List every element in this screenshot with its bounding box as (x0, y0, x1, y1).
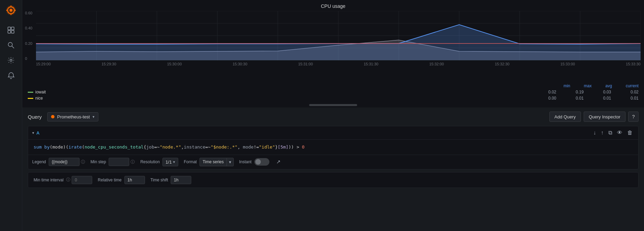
expr-job-val: "node.*" (160, 144, 181, 150)
format-label: Format (184, 159, 197, 164)
format-value: Time series (200, 158, 227, 166)
format-option: Format Time series ▾ (184, 158, 234, 166)
resolution-value: 1/1 (166, 159, 172, 165)
svg-rect-10 (11, 30, 14, 33)
sidebar-item-dashboard[interactable] (5, 24, 17, 36)
iowait-min: 0.02 (543, 90, 556, 94)
datasource-selector[interactable]: Prometheus-test ▾ (47, 112, 98, 121)
legend-row-nice[interactable]: nice 0.00 0.01 0.01 0.01 (26, 95, 641, 101)
min-step-info-icon[interactable]: ⓘ (131, 159, 135, 165)
expr-gt: > (296, 144, 299, 150)
iowait-label: iowait (35, 90, 543, 94)
query-section: Query Prometheus-test ▾ Add Query Query … (22, 107, 644, 231)
x-label-9: 15:33:00 (560, 62, 575, 66)
nice-values: 0.00 0.01 0.01 0.01 (543, 96, 639, 101)
legend-option-label: Legend (32, 159, 46, 164)
legend-header: min max avg current (26, 84, 641, 88)
query-actions: Add Query Query Inspector ? (549, 112, 639, 122)
resolution-option: Resolution 1/1 ▾ (140, 158, 178, 166)
sidebar-item-alerts[interactable] (5, 69, 17, 81)
time-shift-label: Time shift (150, 178, 168, 182)
relative-time-option: Relative time (98, 176, 145, 184)
expr-instance-op: =~ (205, 144, 211, 150)
datasource-name: Prometheus-test (57, 114, 90, 119)
expr-irate: irate (69, 144, 82, 150)
nice-label: nice (35, 96, 543, 101)
query-id-a: A (36, 130, 39, 136)
legend-avg-header: avg (605, 84, 612, 88)
svg-line-12 (12, 46, 14, 49)
legend-info-icon[interactable]: ⓘ (81, 159, 85, 165)
help-button[interactable]: ? (628, 112, 639, 122)
y-label-040: 0.40 (25, 26, 32, 30)
expr-paren2: ( (82, 144, 85, 150)
format-caret-icon: ▾ (227, 158, 233, 166)
sidebar-item-settings[interactable] (5, 54, 17, 66)
chart-svg (36, 11, 641, 61)
svg-point-11 (8, 42, 12, 47)
expr-range: [5m] (278, 144, 288, 150)
min-step-input[interactable] (109, 158, 129, 166)
query-block-actions: ↓ ↑ ⧉ 👁 🗑 (592, 129, 634, 137)
chart-area: CPU usage 0.60 0.40 0.20 0 (22, 0, 644, 82)
min-interval-input[interactable] (72, 176, 92, 184)
resolution-label: Resolution (140, 159, 160, 164)
expr-zero: 0 (302, 144, 305, 150)
expr-job-key: job (146, 144, 154, 150)
query-inspector-button[interactable]: Query Inspector (584, 112, 626, 122)
duplicate-icon[interactable]: ⧉ (607, 129, 613, 137)
min-interval-label: Min time interval (34, 178, 63, 182)
y-label-0: 0 (25, 56, 32, 61)
y-label-020: 0.20 (25, 41, 32, 46)
expr-instance-val: "$node:.*" (211, 144, 238, 150)
delete-query-icon[interactable]: 🗑 (626, 129, 634, 137)
x-label-10: 15:33:30 (626, 62, 641, 66)
x-label-1: 15:29:00 (36, 62, 51, 66)
external-link-icon[interactable]: ↗ (275, 158, 282, 166)
query-header: Query Prometheus-test ▾ Add Query Query … (28, 112, 639, 122)
min-interval-info-icon[interactable]: ⓘ (66, 177, 70, 183)
expr-job-op: =~ (154, 144, 160, 150)
add-query-button[interactable]: Add Query (549, 112, 581, 122)
svg-rect-9 (8, 30, 11, 33)
expr-paren1: (mode)( (50, 144, 69, 150)
sidebar-logo[interactable] (4, 3, 18, 17)
query-block-a: ▾ A ↓ ↑ ⧉ 👁 🗑 sum by(mode)(irate(node_cp… (28, 126, 639, 169)
nice-current: 0.01 (625, 96, 639, 101)
format-select[interactable]: Time series ▾ (199, 158, 234, 166)
iowait-max: 0.19 (570, 90, 584, 94)
scrollbar-thumb[interactable] (309, 104, 357, 106)
time-shift-input[interactable] (171, 176, 191, 184)
legend-row-iowait[interactable]: iowait 0.02 0.19 0.03 0.02 (26, 89, 641, 95)
svg-point-13 (10, 59, 12, 61)
expr-comma2: , (238, 144, 243, 150)
query-expression[interactable]: sum by(mode)(irate(node_cpu_seconds_tota… (28, 140, 638, 155)
x-label-2: 15:29:30 (101, 62, 116, 66)
iowait-color (28, 92, 33, 93)
move-up-icon[interactable]: ↑ (599, 129, 605, 137)
svg-point-2 (10, 9, 12, 12)
x-axis: 15:29:00 15:29:30 15:30:00 15:30:30 15:3… (26, 62, 641, 66)
min-interval-option: Min time interval ⓘ (34, 176, 92, 184)
expr-mode-val: "idle" (259, 144, 275, 150)
collapse-icon[interactable]: ▾ (32, 131, 34, 135)
resolution-select[interactable]: 1/1 ▾ (162, 158, 178, 166)
instant-toggle[interactable] (254, 158, 269, 166)
x-label-8: 15:32:30 (495, 62, 510, 66)
nice-color (28, 98, 33, 99)
min-step-option: Min step ⓘ (90, 158, 135, 166)
relative-time-label: Relative time (98, 178, 121, 182)
relative-time-input[interactable] (124, 176, 145, 184)
expr-sum: sum by (34, 144, 50, 150)
expr-brace-open: { (144, 144, 146, 150)
query-label: Query (28, 114, 42, 120)
toggle-visibility-icon[interactable]: 👁 (616, 129, 624, 137)
legend-input[interactable] (49, 158, 80, 166)
legend-max-header: max (584, 84, 592, 88)
time-shift-option: Time shift (150, 176, 192, 184)
sidebar-item-explore[interactable] (5, 39, 17, 51)
expr-metric: node_cpu_seconds_total (85, 144, 144, 150)
move-down-icon[interactable]: ↓ (592, 129, 597, 137)
y-label-060: 0.60 (25, 11, 32, 15)
x-label-6: 15:31:30 (364, 62, 378, 66)
